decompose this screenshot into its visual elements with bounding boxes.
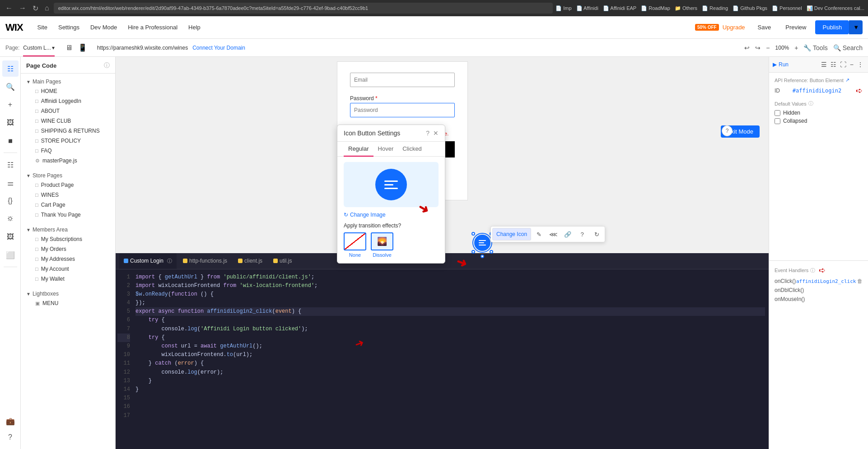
- sidebar-icon-search[interactable]: 🔍: [2, 79, 19, 95]
- code-tab-util[interactable]: util.js: [269, 253, 296, 269]
- sidebar-info-icon[interactable]: ⓘ: [104, 61, 110, 69]
- prev-icon-btn[interactable]: ⋘: [546, 228, 560, 241]
- sidebar-item-affinidi-loggedin[interactable]: □ Affinidi LoggedIn: [26, 96, 115, 106]
- tools-button[interactable]: 🔧 Tools: [803, 44, 827, 51]
- sidebar-item-addresses[interactable]: □ My Addresses: [26, 254, 115, 264]
- sidebar-icon-image[interactable]: 🖼: [2, 229, 19, 245]
- zoom-in-button[interactable]: +: [794, 44, 798, 51]
- preview-button[interactable]: Preview: [780, 21, 812, 33]
- bookmark-roadmap[interactable]: 📄 RoadMap: [641, 5, 670, 11]
- lightboxes-header[interactable]: ▼ Lightboxes: [26, 289, 115, 298]
- more-icon-btn[interactable]: ↻: [590, 228, 603, 241]
- home-button[interactable]: ⌂: [43, 3, 51, 13]
- sidebar-item-thankyou[interactable]: □ Thank You Page: [26, 210, 115, 220]
- panel-expand-icon-btn[interactable]: ⛶: [839, 60, 847, 69]
- sidebar-icon-code[interactable]: {}: [2, 193, 19, 209]
- sidebar-icon-bag[interactable]: 💼: [2, 413, 19, 429]
- zoom-out-button[interactable]: −: [766, 44, 770, 51]
- sidebar-item-menu[interactable]: ▣ MENU: [26, 298, 115, 308]
- resize-handle-sw[interactable]: [471, 250, 475, 254]
- resize-handle-se[interactable]: [490, 250, 493, 254]
- email-input[interactable]: [350, 73, 455, 87]
- bookmark-affinidi[interactable]: 📄 Affinidi: [576, 5, 598, 11]
- members-area-header[interactable]: ▼ Members Area: [26, 225, 115, 234]
- sidebar-item-subscriptions[interactable]: □ My Subscriptions: [26, 234, 115, 244]
- sidebar-item-faq[interactable]: □ FAQ: [26, 146, 115, 156]
- undo-button[interactable]: ↩: [744, 44, 750, 51]
- sidebar-item-my-wallet[interactable]: □ My Wallet: [26, 274, 115, 284]
- help-icon-btn[interactable]: ?: [575, 228, 589, 241]
- back-button[interactable]: ←: [4, 3, 14, 13]
- bookmark-dev-conf[interactable]: 📊 Dev Conferences cal...: [807, 5, 864, 11]
- bookmark-affinidi-eap[interactable]: 📄 Affinidi EAP: [603, 5, 636, 11]
- page-selector[interactable]: Custom L... ▾: [23, 45, 54, 51]
- publish-button[interactable]: Publish: [815, 20, 849, 34]
- sidebar-item-orders[interactable]: □ My Orders: [26, 244, 115, 254]
- transition-dissolve[interactable]: 🌄 Dissolve: [371, 232, 393, 258]
- modal-close-button[interactable]: ✕: [433, 130, 439, 137]
- menu-site[interactable]: Site: [32, 16, 53, 39]
- bookmark-github[interactable]: 📄 Github Pkgs: [733, 5, 767, 11]
- search-button[interactable]: 🔍 Search: [833, 44, 863, 51]
- code-tab-http[interactable]: http-functions.js: [178, 253, 232, 269]
- resize-handle-s[interactable]: [481, 255, 484, 258]
- sidebar-item-wines[interactable]: □ WINES: [26, 190, 115, 200]
- change-image-button[interactable]: ↻ Change Image: [344, 212, 386, 218]
- sidebar-item-product[interactable]: □ Product Page: [26, 180, 115, 190]
- edit-icon-btn[interactable]: ✎: [532, 228, 546, 241]
- publish-dropdown-arrow[interactable]: ▼: [849, 20, 863, 34]
- menu-settings[interactable]: Settings: [53, 16, 85, 39]
- sidebar-icon-app[interactable]: ◾: [2, 133, 19, 149]
- panel-list-icon-btn[interactable]: ☰: [820, 60, 828, 69]
- sidebar-item-about[interactable]: □ ABOUT: [26, 106, 115, 116]
- sidebar-icon-help[interactable]: ?: [2, 429, 19, 445]
- modal-help-button[interactable]: ?: [426, 130, 429, 137]
- store-pages-header[interactable]: ▼ Store Pages: [26, 171, 115, 180]
- sidebar-item-store-policy[interactable]: □ STORE POLICY: [26, 136, 115, 146]
- change-icon-button[interactable]: Change Icon: [492, 228, 531, 241]
- link-icon-btn[interactable]: 🔗: [561, 228, 574, 241]
- bookmark-reading[interactable]: 📄 Reading: [702, 5, 728, 11]
- sidebar-item-cart[interactable]: □ Cart Page: [26, 200, 115, 210]
- menu-hire[interactable]: Hire a Professional: [122, 16, 183, 39]
- panel-grid-icon-btn[interactable]: ☷: [830, 60, 837, 69]
- external-link-icon[interactable]: ↗: [845, 77, 849, 83]
- hidden-checkbox[interactable]: [775, 110, 780, 116]
- sidebar-icon-media[interactable]: 🖼: [2, 115, 19, 131]
- password-input[interactable]: [350, 103, 455, 117]
- sidebar-item-my-account[interactable]: □ My Account: [26, 264, 115, 274]
- code-text[interactable]: import { getAuthUrl } from 'public/affin…: [132, 269, 769, 449]
- sidebar-item-wine-club[interactable]: □ WINE CLUB: [26, 116, 115, 126]
- sidebar-icon-pages[interactable]: ☷: [2, 60, 19, 77]
- tab-clicked[interactable]: Clicked: [398, 142, 426, 157]
- tab-hover[interactable]: Hover: [373, 142, 398, 157]
- sidebar-item-masterpage[interactable]: ⚙ masterPage.js: [26, 156, 115, 166]
- help-float-button[interactable]: ?: [722, 125, 733, 136]
- save-button[interactable]: Save: [752, 21, 777, 33]
- sidebar-item-shipping[interactable]: □ SHIPPING & RETURNS: [26, 126, 115, 136]
- menu-dev-mode[interactable]: Dev Mode: [85, 16, 122, 39]
- connect-domain-link[interactable]: Connect Your Domain: [192, 45, 245, 51]
- code-tab-client[interactable]: client.js: [233, 253, 267, 269]
- panel-minimize-icon-btn[interactable]: −: [849, 60, 854, 69]
- onclick-delete-btn[interactable]: 🗑: [857, 278, 863, 284]
- bookmark-others[interactable]: 📁 Others: [675, 5, 697, 11]
- sidebar-icon-settings2[interactable]: ⛭: [2, 211, 19, 227]
- sidebar-icon-table[interactable]: ⬜: [2, 247, 19, 263]
- sidebar-icon-layers[interactable]: ⚌: [2, 175, 19, 191]
- panel-more-icon-btn[interactable]: ⋮: [856, 60, 864, 69]
- transition-none[interactable]: None: [344, 232, 366, 258]
- desktop-view-button[interactable]: 🖥: [64, 42, 75, 53]
- sidebar-item-home[interactable]: □ HOME: [26, 86, 115, 96]
- main-pages-header[interactable]: ▼ Main Pages: [26, 77, 115, 86]
- upgrade-button[interactable]: Upgrade: [723, 24, 745, 31]
- redo-button[interactable]: ↪: [755, 44, 761, 51]
- sidebar-icon-grid[interactable]: ☷: [2, 157, 19, 173]
- resize-handle-nw[interactable]: [471, 232, 475, 236]
- reload-button[interactable]: ↻: [31, 3, 40, 14]
- mobile-view-button[interactable]: 📱: [76, 42, 89, 53]
- collapsed-checkbox[interactable]: [775, 118, 780, 124]
- sidebar-icon-add[interactable]: +: [2, 97, 19, 113]
- menu-help[interactable]: Help: [183, 16, 206, 39]
- bookmark-personnel[interactable]: 📄 Personnel: [772, 5, 802, 11]
